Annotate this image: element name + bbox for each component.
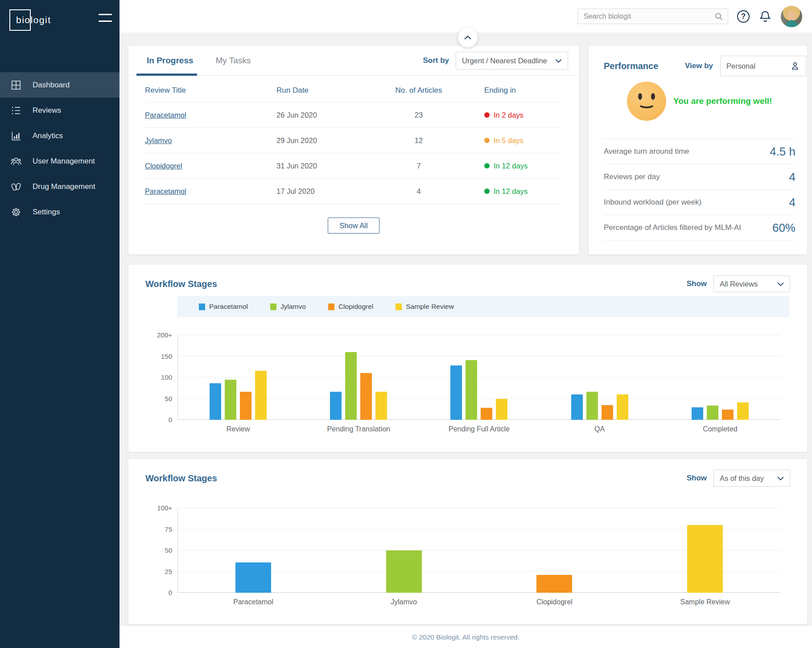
y-axis-tick: 50 bbox=[165, 546, 172, 554]
sidebar-item-drug-management[interactable]: Drug Management bbox=[0, 174, 120, 199]
bar-clopidogrel bbox=[240, 392, 251, 420]
bar-jylamvo bbox=[386, 550, 422, 593]
collapse-panel-button[interactable] bbox=[458, 28, 478, 47]
sort-by-group: Sort by Urgent / Nearest Deadline bbox=[423, 52, 568, 70]
chart-legend: ParacetamolJylamvoClopidogrelSample Revi… bbox=[177, 296, 789, 317]
y-axis-tick: 0 bbox=[169, 416, 172, 423]
bars bbox=[235, 508, 271, 593]
chart-header: Workflow Stages Show As of this day bbox=[128, 459, 807, 487]
search-input[interactable] bbox=[584, 12, 714, 21]
sidebar-item-user-management[interactable]: User Management bbox=[0, 148, 120, 174]
sidebar-item-label: Analytics bbox=[33, 131, 63, 140]
bars bbox=[330, 335, 387, 420]
status-dot-red bbox=[484, 112, 490, 118]
hamburger-menu-icon[interactable] bbox=[99, 14, 112, 22]
show-select-all-reviews[interactable]: All Reviews bbox=[713, 275, 790, 292]
column-header: Run Date bbox=[276, 86, 369, 95]
review-link[interactable]: Paracetamol bbox=[145, 187, 276, 196]
dashboard-content: In ProgressMy Tasks Sort by Urgent / Nea… bbox=[120, 33, 812, 626]
x-axis-label: Sample Review bbox=[680, 598, 730, 606]
tab-in-progress[interactable]: In Progress bbox=[145, 46, 195, 75]
x-axis-label: Pending Full Article bbox=[449, 425, 510, 433]
bar-group-review: Review bbox=[210, 335, 267, 420]
x-axis-label: Pending Translation bbox=[327, 425, 390, 433]
search-icon[interactable] bbox=[714, 12, 723, 21]
metric-row: Average turn around time4.5 h bbox=[604, 139, 796, 164]
user-avatar[interactable] bbox=[781, 6, 802, 27]
bars bbox=[536, 508, 572, 593]
bar-clopidogrel bbox=[536, 575, 572, 593]
drug-management-icon bbox=[10, 181, 22, 193]
bar-group-completed: Completed bbox=[692, 335, 749, 420]
ending-text: In 2 days bbox=[494, 111, 523, 119]
metric-label: Percentage of Articles filtered by MLM-A… bbox=[604, 223, 741, 232]
bars bbox=[386, 508, 422, 593]
metric-row: Inbound workload (per week)4 bbox=[604, 189, 796, 215]
bar-sample-review bbox=[737, 402, 749, 420]
bars bbox=[571, 335, 628, 420]
column-header: Ending in bbox=[468, 86, 562, 95]
table-row: Jylamvo29 Jun 202012In 5 days bbox=[145, 128, 562, 153]
legend-swatch-clopidogrel bbox=[328, 303, 334, 310]
review-link[interactable]: Paracetamol bbox=[145, 111, 276, 119]
show-select-as-of-day[interactable]: As of this day bbox=[713, 470, 790, 487]
chart-header: Workflow Stages Show All Reviews bbox=[128, 265, 807, 292]
chart-title: Workflow Stages bbox=[145, 473, 217, 484]
metric-value: 60% bbox=[772, 221, 796, 235]
bar-jylamvo bbox=[345, 352, 357, 420]
sidebar-item-label: User Management bbox=[33, 157, 95, 166]
sidebar-nav: DashboardReviewsAnalyticsUser Management… bbox=[0, 72, 120, 225]
bar-groups: ReviewPending TranslationPending Full Ar… bbox=[178, 335, 780, 420]
chevron-down-icon bbox=[555, 59, 562, 63]
sidebar-header: biologit bbox=[0, 0, 120, 72]
metric-row: Reviews per day4 bbox=[604, 164, 796, 189]
bars bbox=[450, 335, 507, 420]
metric-label: Inbound workload (per week) bbox=[604, 198, 701, 207]
sort-by-select[interactable]: Urgent / Nearest Deadline bbox=[456, 52, 568, 70]
run-date: 29 Jun 2020 bbox=[276, 136, 369, 145]
table-header-row: Review TitleRun DateNo. of ArticlesEndin… bbox=[145, 79, 562, 103]
person-icon bbox=[790, 61, 800, 71]
legend-item-jylamvo: Jylamvo bbox=[270, 303, 306, 311]
show-all-button[interactable]: Show All bbox=[328, 217, 379, 234]
bars bbox=[692, 335, 749, 420]
user-management-icon bbox=[10, 156, 22, 167]
smiley-face-icon bbox=[627, 82, 666, 121]
review-link[interactable]: Jylamvo bbox=[145, 136, 276, 145]
x-axis-label: QA bbox=[594, 425, 605, 433]
bar-sample-review bbox=[496, 399, 507, 420]
ending-text: In 5 days bbox=[494, 136, 523, 145]
sort-by-value: Urgent / Nearest Deadline bbox=[462, 57, 547, 65]
sidebar-item-analytics[interactable]: Analytics bbox=[0, 123, 120, 148]
y-axis-tick: 50 bbox=[165, 395, 172, 402]
articles-count: 4 bbox=[369, 187, 468, 196]
sidebar-item-label: Drug Management bbox=[33, 182, 95, 191]
bar-group-qa: QA bbox=[571, 335, 628, 420]
x-axis-label: Completed bbox=[703, 425, 737, 433]
view-by-value: Personal bbox=[726, 62, 755, 70]
app-root: biologit DashboardReviewsAnalyticsUser M… bbox=[0, 0, 812, 648]
legend-label: Clopidogrel bbox=[338, 303, 373, 311]
chevron-down-icon bbox=[777, 476, 784, 480]
view-by-select[interactable]: Personal bbox=[720, 56, 806, 76]
sidebar-item-dashboard[interactable]: Dashboard bbox=[0, 72, 120, 98]
performance-card: Performance View by Personal bbox=[589, 46, 807, 254]
tab-my-tasks[interactable]: My Tasks bbox=[214, 46, 253, 75]
articles-count: 23 bbox=[369, 111, 468, 119]
sidebar-item-settings[interactable]: Settings bbox=[0, 199, 120, 225]
sort-by-label: Sort by bbox=[423, 56, 449, 65]
x-axis-label: Jylamvo bbox=[391, 598, 417, 606]
show-label: Show bbox=[687, 279, 707, 288]
bar-paracetamol bbox=[330, 392, 342, 420]
metric-value: 4 bbox=[789, 170, 796, 184]
bar-paracetamol bbox=[571, 394, 583, 420]
bar-clopidogrel bbox=[360, 373, 372, 420]
notifications-bell-icon[interactable] bbox=[758, 9, 772, 24]
analytics-icon bbox=[10, 130, 22, 142]
sidebar-item-reviews[interactable]: Reviews bbox=[0, 98, 120, 123]
show-label: Show bbox=[687, 474, 707, 483]
review-link[interactable]: Clopidogrel bbox=[145, 162, 276, 170]
legend-label: Sample Review bbox=[406, 303, 454, 311]
tabs: In ProgressMy Tasks bbox=[145, 46, 252, 75]
help-icon[interactable]: ? bbox=[737, 10, 750, 23]
